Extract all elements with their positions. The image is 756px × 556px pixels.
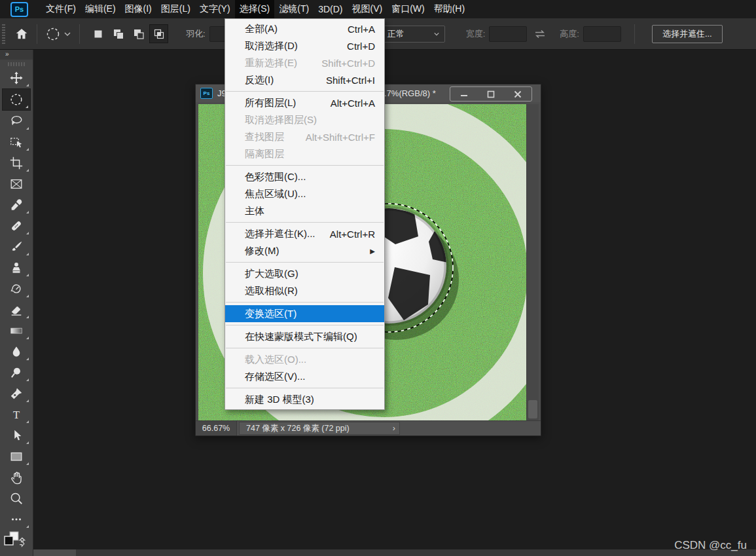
- eyedropper-icon: [9, 198, 24, 212]
- menu-type[interactable]: 文字(Y): [195, 0, 235, 18]
- menu-item-find-layers: 查找图层Alt+Shift+Ctrl+F: [225, 128, 384, 145]
- close-button[interactable]: [505, 87, 531, 101]
- menu-separator: [226, 165, 384, 166]
- menu-window[interactable]: 窗口(W): [387, 0, 429, 18]
- menu-item-color-range[interactable]: 色彩范围(C)...: [225, 168, 384, 185]
- clone-stamp-tool[interactable]: [2, 257, 31, 278]
- scrollbar-thumb[interactable]: [33, 549, 76, 556]
- bottom-scrollbar-strip[interactable]: [33, 549, 756, 556]
- eraser-tool[interactable]: [2, 299, 31, 320]
- style-select[interactable]: 正常: [382, 26, 445, 43]
- toolbar-collapse[interactable]: »: [0, 49, 33, 60]
- window-controls: [450, 86, 532, 102]
- zoom-tool[interactable]: [2, 488, 31, 509]
- selection-mode-add[interactable]: [109, 24, 128, 43]
- menu-item-select-all[interactable]: 全部(A)Ctrl+A: [225, 20, 384, 37]
- home-button[interactable]: [14, 27, 29, 41]
- rectangle-tool[interactable]: [2, 446, 31, 467]
- frame-tool[interactable]: [2, 174, 31, 195]
- height-input: [583, 26, 621, 42]
- menu-item-subject[interactable]: 主体: [225, 202, 384, 219]
- vertical-scrollbar[interactable]: [526, 104, 539, 420]
- menu-item-grow[interactable]: 扩大选取(G): [225, 265, 384, 282]
- menu-select[interactable]: 选择(S): [235, 0, 275, 18]
- menu-item-new-3d-model[interactable]: 新建 3D 模型(3): [225, 391, 384, 408]
- history-brush-tool[interactable]: [2, 278, 31, 299]
- dodge-tool[interactable]: [2, 362, 31, 383]
- object-selection-tool[interactable]: [2, 132, 31, 153]
- lasso-icon: [9, 114, 24, 128]
- pen-icon: [9, 386, 24, 401]
- type-icon: T: [9, 407, 24, 422]
- scrollbar-thumb[interactable]: [528, 400, 537, 418]
- selection-mode-intersect[interactable]: [149, 24, 168, 43]
- menu-separator: [226, 325, 384, 325]
- menu-view[interactable]: 视图(V): [347, 0, 387, 18]
- edit-toolbar-tool[interactable]: [2, 509, 31, 530]
- menu-3d[interactable]: 3D(D): [314, 0, 347, 18]
- select-and-mask-button[interactable]: 选择并遮住...: [652, 25, 723, 43]
- foreground-color-swatch: [5, 536, 13, 545]
- minimize-button[interactable]: [450, 87, 477, 101]
- healing-brush-icon: [9, 219, 24, 233]
- menu-item-all-layers[interactable]: 所有图层(L)Alt+Ctrl+A: [225, 94, 384, 111]
- brush-tool[interactable]: [2, 236, 31, 257]
- menu-edit[interactable]: 编辑(E): [81, 0, 120, 18]
- menu-item-isolate-layers: 隔离图层: [225, 145, 384, 162]
- selection-mode-subtract[interactable]: [129, 24, 148, 43]
- blur-tool[interactable]: [2, 341, 31, 362]
- svg-text:T: T: [13, 409, 20, 421]
- tool-preset-chevron[interactable]: [63, 31, 71, 37]
- frame-icon: [9, 177, 24, 191]
- move-tool[interactable]: [2, 67, 31, 88]
- subtract-selection-icon: [133, 28, 145, 40]
- crop-tool[interactable]: [2, 153, 31, 174]
- width-label: 宽度:: [466, 28, 486, 40]
- brush-icon: [9, 240, 24, 254]
- menu-help[interactable]: 帮助(H): [429, 0, 469, 18]
- selection-mode-new[interactable]: [88, 24, 107, 43]
- document-info[interactable]: 747 像素 x 726 像素 (72 ppi) ›: [239, 422, 400, 435]
- menu-item-save-selection[interactable]: 存储选区(V)...: [225, 368, 384, 385]
- menu-item-deselect-layers: 取消选择图层(S): [225, 111, 384, 128]
- eyedropper-tool[interactable]: [2, 195, 31, 215]
- hand-tool[interactable]: [2, 467, 31, 488]
- path-selection-tool[interactable]: [2, 425, 31, 446]
- document-dimensions: 747 像素 x 726 像素 (72 ppi): [246, 423, 350, 434]
- menu-image[interactable]: 图像(I): [120, 0, 156, 18]
- menu-item-focus-area[interactable]: 焦点区域(U)...: [225, 185, 384, 202]
- menu-file[interactable]: 文件(F): [41, 0, 81, 18]
- chevron-down-icon: [433, 31, 440, 37]
- maximize-button[interactable]: [477, 87, 504, 101]
- menu-item-quick-mask[interactable]: 在快速蒙版模式下编辑(Q): [225, 328, 384, 345]
- menu-item-select-and-mask[interactable]: 选择并遮住(K)...Alt+Ctrl+R: [225, 225, 384, 242]
- zoom-level-field[interactable]: 66.67%: [196, 421, 237, 436]
- gradient-tool[interactable]: [2, 320, 31, 341]
- pen-tool[interactable]: [2, 383, 31, 404]
- spot-healing-brush-tool[interactable]: [2, 215, 31, 236]
- status-expander-icon[interactable]: ›: [393, 424, 395, 433]
- swap-dimensions-button[interactable]: [533, 28, 547, 40]
- menu-item-reselect: 重新选择(E)Shift+Ctrl+D: [225, 54, 384, 71]
- lasso-tool[interactable]: [2, 111, 31, 132]
- type-tool[interactable]: T: [2, 404, 31, 425]
- menu-layer[interactable]: 图层(L): [156, 0, 195, 18]
- object-selection-icon: [9, 135, 24, 149]
- menu-item-inverse[interactable]: 反选(I)Shift+Ctrl+I: [225, 71, 384, 88]
- submenu-arrow-icon: ▶: [370, 248, 375, 255]
- options-separator: [79, 24, 80, 44]
- menu-item-transform-selection[interactable]: 变换选区(T): [225, 305, 384, 322]
- maximize-icon: [487, 90, 495, 98]
- rectangle-icon: [9, 449, 24, 464]
- select-menu-panel: 全部(A)Ctrl+A 取消选择(D)Ctrl+D 重新选择(E)Shift+C…: [225, 18, 385, 410]
- tool-preset-ellipse[interactable]: [45, 26, 61, 42]
- toolbar-grip[interactable]: [8, 62, 25, 66]
- color-swatches[interactable]: [0, 529, 33, 553]
- menu-item-modify[interactable]: 修改(M)▶: [225, 242, 384, 259]
- menu-item-similar[interactable]: 选取相似(R): [225, 282, 384, 299]
- height-label: 高度:: [560, 28, 579, 40]
- elliptical-marquee-icon: [9, 92, 24, 107]
- menu-filter[interactable]: 滤镜(T): [274, 0, 314, 18]
- menu-item-deselect[interactable]: 取消选择(D)Ctrl+D: [225, 37, 384, 54]
- elliptical-marquee-tool[interactable]: [2, 88, 31, 111]
